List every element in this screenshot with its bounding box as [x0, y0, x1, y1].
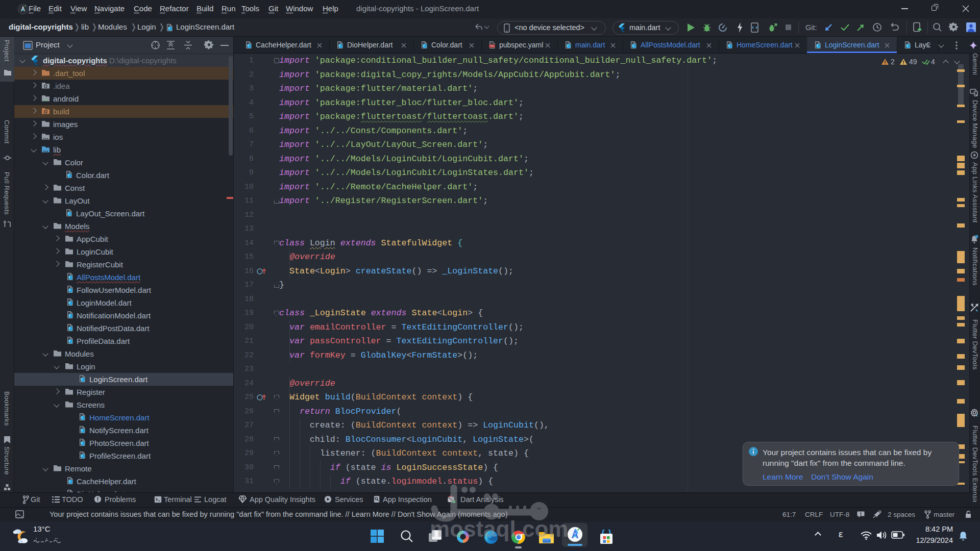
svg-text:mostaql.com: mostaql.com	[430, 516, 568, 541]
svg-text:YML: YML	[489, 44, 495, 47]
